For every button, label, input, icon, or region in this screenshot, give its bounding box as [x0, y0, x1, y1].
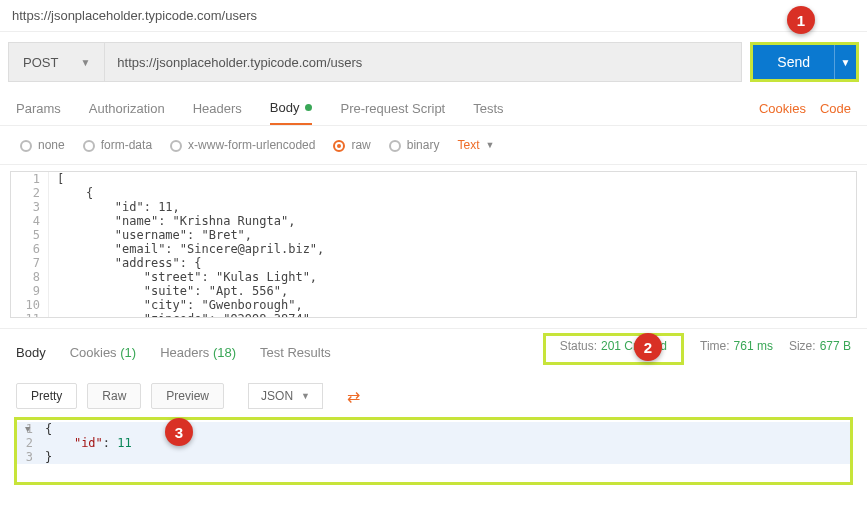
tab-body-label: Body	[270, 100, 300, 115]
body-type-formdata[interactable]: form-data	[83, 138, 152, 152]
response-status: Status:201 Created	[543, 333, 684, 365]
response-format-dropdown[interactable]: JSON ▼	[248, 383, 323, 409]
request-row: POST ▼ https://jsonplaceholder.typicode.…	[8, 42, 859, 82]
url-value: https://jsonplaceholder.typicode.com/use…	[117, 55, 362, 70]
view-preview[interactable]: Preview	[151, 383, 224, 409]
method-label: POST	[23, 55, 58, 70]
content-type-dropdown[interactable]: Text ▼	[457, 138, 494, 152]
view-raw[interactable]: Raw	[87, 383, 141, 409]
tab-authorization[interactable]: Authorization	[89, 92, 165, 125]
method-select[interactable]: POST ▼	[8, 42, 105, 82]
radio-checked-icon	[333, 140, 345, 152]
body-type-none[interactable]: none	[20, 138, 65, 152]
wrap-lines-icon[interactable]: ⇄	[347, 387, 360, 406]
callout-marker-1: 1	[787, 6, 815, 34]
response-time: Time:761 ms	[700, 339, 773, 365]
chevron-down-icon: ▼	[485, 140, 494, 150]
request-tabs: Params Authorization Headers Body Pre-re…	[0, 92, 867, 126]
code-line: 6 "email": "Sincere@april.biz",	[11, 242, 856, 256]
code-line: 5 "username": "Bret",	[11, 228, 856, 242]
code-link[interactable]: Code	[820, 101, 851, 116]
chevron-down-icon: ▼	[301, 391, 310, 401]
fold-icon[interactable]: ▼	[25, 424, 30, 434]
radio-icon	[170, 140, 182, 152]
response-body-viewer[interactable]: 1▼{ 2 "id": 11 3}	[14, 417, 853, 485]
send-button[interactable]: Send	[753, 45, 834, 79]
code-line: 8 "street": "Kulas Light",	[11, 270, 856, 284]
radio-icon	[389, 140, 401, 152]
request-title: https://jsonplaceholder.typicode.com/use…	[0, 0, 867, 32]
callout-marker-2: 2	[634, 333, 662, 361]
code-line: 9 "suite": "Apt. 556",	[11, 284, 856, 298]
response-tab-body[interactable]: Body	[16, 345, 46, 360]
cookies-link[interactable]: Cookies	[759, 101, 806, 116]
code-line: 1[	[11, 172, 856, 186]
tab-body[interactable]: Body	[270, 92, 313, 125]
tab-headers[interactable]: Headers	[193, 92, 242, 125]
send-button-group: Send ▼	[750, 42, 859, 82]
response-tab-headers[interactable]: Headers (18)	[160, 345, 236, 360]
chevron-down-icon: ▼	[80, 57, 90, 68]
callout-marker-3: 3	[165, 418, 193, 446]
response-size: Size:677 B	[789, 339, 851, 365]
code-line: 11 "zipcode": "92998-3874",	[11, 312, 856, 318]
tab-prerequest[interactable]: Pre-request Script	[340, 92, 445, 125]
response-tab-cookies[interactable]: Cookies (1)	[70, 345, 136, 360]
code-line: 7 "address": {	[11, 256, 856, 270]
url-input[interactable]: https://jsonplaceholder.typicode.com/use…	[105, 42, 742, 82]
response-tabs: Body Cookies (1) Headers (18) Test Resul…	[0, 328, 867, 375]
tab-tests[interactable]: Tests	[473, 92, 503, 125]
response-tab-testresults[interactable]: Test Results	[260, 345, 331, 360]
code-line: 4 "name": "Krishna Rungta",	[11, 214, 856, 228]
body-type-xwww[interactable]: x-www-form-urlencoded	[170, 138, 315, 152]
view-pretty[interactable]: Pretty	[16, 383, 77, 409]
modified-dot-icon	[305, 104, 312, 111]
radio-icon	[83, 140, 95, 152]
tab-params[interactable]: Params	[16, 92, 61, 125]
body-type-row: none form-data x-www-form-urlencoded raw…	[0, 126, 867, 165]
radio-icon	[20, 140, 32, 152]
response-meta: Status:201 Created Time:761 ms Size:677 …	[543, 339, 851, 365]
code-line: 2 {	[11, 186, 856, 200]
request-body-editor[interactable]: 1[2 {3 "id": 11,4 "name": "Krishna Rungt…	[10, 171, 857, 318]
send-dropdown-button[interactable]: ▼	[834, 45, 856, 79]
code-line: 10 "city": "Gwenborough",	[11, 298, 856, 312]
body-type-raw[interactable]: raw	[333, 138, 370, 152]
code-line: 3 "id": 11,	[11, 200, 856, 214]
body-type-binary[interactable]: binary	[389, 138, 440, 152]
response-viewer-row: Pretty Raw Preview JSON ▼ ⇄	[0, 375, 867, 417]
